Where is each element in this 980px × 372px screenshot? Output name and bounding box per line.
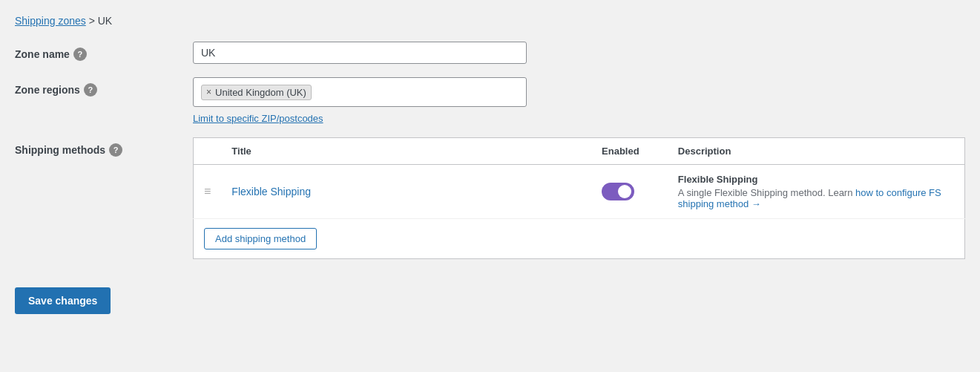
zone-regions-row: Zone regions ? ×United Kingdom (UK) Limi…: [15, 77, 965, 124]
table-header-row: Title Enabled Description: [194, 138, 965, 165]
shipping-methods-label: Shipping methods: [15, 144, 105, 156]
page-wrapper: Shipping zones > UK Zone name ? Zone reg…: [0, 0, 980, 329]
breadcrumb-current: UK: [98, 15, 112, 27]
zone-regions-input[interactable]: ×United Kingdom (UK): [193, 77, 527, 107]
zone-regions-label-area: Zone regions ?: [15, 77, 193, 97]
toggle-slider: [602, 183, 634, 200]
method-description-cell: Flexible Shipping A single Flexible Ship…: [668, 165, 965, 219]
th-title: Title: [221, 138, 591, 165]
method-desc-main: Flexible Shipping: [678, 174, 954, 185]
region-tag-text: United Kingdom (UK): [215, 87, 306, 98]
th-drag: [194, 138, 222, 165]
method-enabled-toggle[interactable]: [602, 183, 634, 200]
method-title-link[interactable]: Flexible Shipping: [231, 186, 311, 198]
zone-name-row: Zone name ?: [15, 42, 965, 64]
region-tag-remove[interactable]: ×: [206, 87, 211, 97]
breadcrumb: Shipping zones > UK: [15, 15, 965, 27]
breadcrumb-separator: >: [86, 15, 98, 27]
zone-name-label: Zone name: [15, 48, 70, 60]
shipping-methods-content: Title Enabled Description ≡ Flexible Shi…: [193, 137, 965, 259]
add-method-cell: Add shipping method: [194, 219, 965, 259]
limit-zip-link[interactable]: Limit to specific ZIP/postcodes: [193, 113, 965, 124]
table-row: ≡ Flexible Shipping Flexible S: [194, 165, 965, 219]
drag-handle-cell: ≡: [194, 165, 222, 219]
method-title-cell: Flexible Shipping: [221, 165, 591, 219]
method-enabled-cell: [591, 165, 668, 219]
region-tag: ×United Kingdom (UK): [201, 85, 312, 100]
shipping-methods-table: Title Enabled Description ≡ Flexible Shi…: [193, 137, 965, 259]
shipping-methods-help-icon[interactable]: ?: [109, 143, 122, 157]
shipping-methods-row: Shipping methods ? Title Enabled Descrip…: [15, 137, 965, 259]
zone-regions-label: Zone regions: [15, 84, 80, 96]
add-shipping-method-button[interactable]: Add shipping method: [204, 228, 317, 249]
shipping-methods-label-area: Shipping methods ?: [15, 137, 193, 157]
zone-name-label-area: Zone name ?: [15, 42, 193, 61]
drag-handle-icon[interactable]: ≡: [204, 185, 211, 198]
zone-regions-help-icon[interactable]: ?: [84, 83, 97, 97]
add-method-row: Add shipping method: [194, 219, 965, 259]
save-changes-button[interactable]: Save changes: [15, 287, 111, 314]
zone-name-input[interactable]: [193, 42, 527, 64]
th-enabled: Enabled: [591, 138, 668, 165]
shipping-zones-link[interactable]: Shipping zones: [15, 15, 86, 27]
th-description: Description: [668, 138, 965, 165]
zone-name-field-content: [193, 42, 965, 64]
method-desc-sub: A single Flexible Shipping method. Learn…: [678, 187, 954, 209]
zone-regions-field-content: ×United Kingdom (UK) Limit to specific Z…: [193, 77, 965, 124]
desc-sub-text: A single Flexible Shipping method. Learn: [678, 187, 855, 198]
zone-name-help-icon[interactable]: ?: [73, 48, 87, 61]
